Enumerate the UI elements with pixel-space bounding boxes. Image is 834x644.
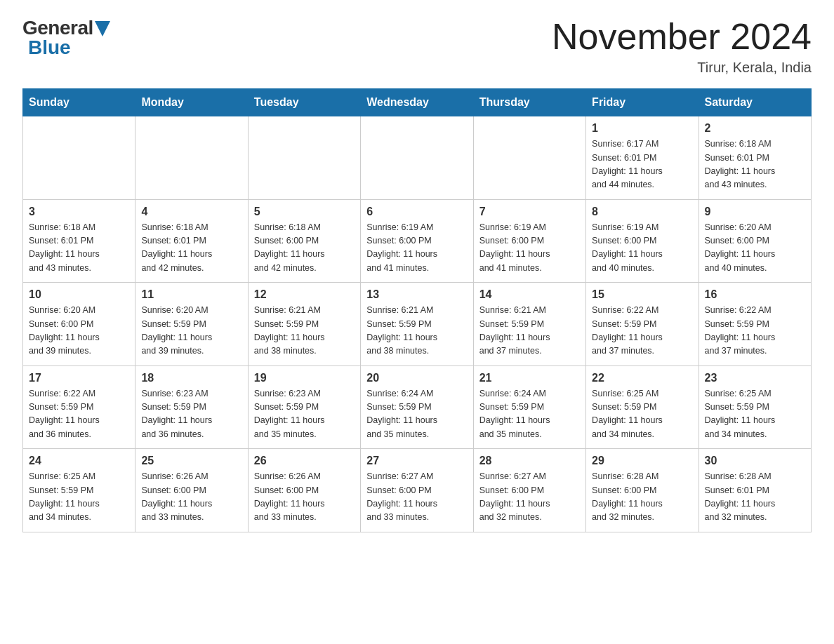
calendar-title: November 2024: [552, 17, 812, 57]
col-header-tuesday: Tuesday: [248, 89, 360, 116]
calendar-cell: 6Sunrise: 6:19 AM Sunset: 6:00 PM Daylig…: [361, 199, 473, 283]
calendar-cell: 15Sunrise: 6:22 AM Sunset: 5:59 PM Dayli…: [586, 283, 699, 366]
day-number: 26: [254, 455, 355, 467]
page-header: General Blue November 2024 Tirur, Kerala…: [22, 17, 812, 76]
day-number: 10: [29, 288, 129, 301]
day-info: Sunrise: 6:22 AM Sunset: 5:59 PM Dayligh…: [592, 304, 692, 358]
day-info: Sunrise: 6:21 AM Sunset: 5:59 PM Dayligh…: [479, 304, 580, 358]
calendar-cell: [23, 116, 135, 200]
day-number: 16: [705, 288, 805, 301]
day-info: Sunrise: 6:19 AM Sunset: 6:00 PM Dayligh…: [592, 221, 692, 276]
calendar-cell: 3Sunrise: 6:18 AM Sunset: 6:01 PM Daylig…: [23, 199, 135, 283]
calendar-location: Tirur, Kerala, India: [552, 60, 812, 76]
calendar-week-row: 24Sunrise: 6:25 AM Sunset: 5:59 PM Dayli…: [23, 449, 812, 532]
calendar-cell: 25Sunrise: 6:26 AM Sunset: 6:00 PM Dayli…: [135, 449, 248, 532]
day-info: Sunrise: 6:25 AM Sunset: 5:59 PM Dayligh…: [705, 387, 805, 442]
calendar-cell: 8Sunrise: 6:19 AM Sunset: 6:00 PM Daylig…: [586, 199, 699, 283]
day-number: 7: [479, 206, 580, 218]
calendar-cell: 9Sunrise: 6:20 AM Sunset: 6:00 PM Daylig…: [699, 199, 811, 283]
day-info: Sunrise: 6:22 AM Sunset: 5:59 PM Dayligh…: [29, 387, 129, 442]
calendar-cell: 10Sunrise: 6:20 AM Sunset: 6:00 PM Dayli…: [23, 283, 135, 366]
day-number: 28: [479, 455, 580, 467]
calendar-cell: [248, 116, 360, 200]
col-header-thursday: Thursday: [473, 89, 585, 116]
day-number: 29: [592, 455, 692, 467]
day-info: Sunrise: 6:19 AM Sunset: 6:00 PM Dayligh…: [479, 221, 580, 276]
day-info: Sunrise: 6:22 AM Sunset: 5:59 PM Dayligh…: [705, 304, 805, 358]
day-info: Sunrise: 6:24 AM Sunset: 5:59 PM Dayligh…: [366, 387, 467, 442]
day-number: 5: [254, 206, 355, 218]
day-number: 14: [479, 288, 580, 301]
calendar-cell: 16Sunrise: 6:22 AM Sunset: 5:59 PM Dayli…: [699, 283, 811, 366]
calendar-cell: 4Sunrise: 6:18 AM Sunset: 6:01 PM Daylig…: [135, 199, 248, 283]
calendar-cell: 18Sunrise: 6:23 AM Sunset: 5:59 PM Dayli…: [135, 365, 248, 449]
calendar-cell: 7Sunrise: 6:19 AM Sunset: 6:00 PM Daylig…: [473, 199, 585, 283]
day-info: Sunrise: 6:24 AM Sunset: 5:59 PM Dayligh…: [479, 387, 580, 442]
day-number: 18: [141, 372, 241, 384]
calendar-cell: 17Sunrise: 6:22 AM Sunset: 5:59 PM Dayli…: [23, 365, 135, 449]
day-info: Sunrise: 6:28 AM Sunset: 6:01 PM Dayligh…: [705, 470, 805, 525]
col-header-sunday: Sunday: [23, 89, 135, 116]
calendar-cell: 14Sunrise: 6:21 AM Sunset: 5:59 PM Dayli…: [473, 283, 585, 366]
logo-triangle-icon: [95, 21, 110, 36]
day-number: 27: [366, 455, 467, 467]
day-number: 2: [705, 122, 805, 135]
day-info: Sunrise: 6:18 AM Sunset: 6:01 PM Dayligh…: [141, 221, 241, 276]
day-number: 13: [366, 288, 467, 301]
day-number: 23: [705, 372, 805, 384]
day-info: Sunrise: 6:27 AM Sunset: 6:00 PM Dayligh…: [366, 470, 467, 525]
calendar-cell: 23Sunrise: 6:25 AM Sunset: 5:59 PM Dayli…: [699, 365, 811, 449]
col-header-wednesday: Wednesday: [361, 89, 473, 116]
calendar-cell: 30Sunrise: 6:28 AM Sunset: 6:01 PM Dayli…: [699, 449, 811, 532]
day-info: Sunrise: 6:19 AM Sunset: 6:00 PM Dayligh…: [366, 221, 467, 276]
day-number: 25: [141, 455, 241, 467]
calendar-cell: 20Sunrise: 6:24 AM Sunset: 5:59 PM Dayli…: [361, 365, 473, 449]
calendar-cell: 2Sunrise: 6:18 AM Sunset: 6:01 PM Daylig…: [699, 116, 811, 200]
calendar-cell: 13Sunrise: 6:21 AM Sunset: 5:59 PM Dayli…: [361, 283, 473, 366]
calendar-week-row: 10Sunrise: 6:20 AM Sunset: 6:00 PM Dayli…: [23, 283, 812, 366]
calendar-cell: [135, 116, 248, 200]
day-number: 20: [366, 372, 467, 384]
calendar-cell: 12Sunrise: 6:21 AM Sunset: 5:59 PM Dayli…: [248, 283, 360, 366]
col-header-saturday: Saturday: [699, 89, 811, 116]
calendar-cell: 11Sunrise: 6:20 AM Sunset: 5:59 PM Dayli…: [135, 283, 248, 366]
calendar-week-row: 3Sunrise: 6:18 AM Sunset: 6:01 PM Daylig…: [23, 199, 812, 283]
calendar-cell: 21Sunrise: 6:24 AM Sunset: 5:59 PM Dayli…: [473, 365, 585, 449]
day-info: Sunrise: 6:28 AM Sunset: 6:00 PM Dayligh…: [592, 470, 692, 525]
calendar-cell: 28Sunrise: 6:27 AM Sunset: 6:00 PM Dayli…: [473, 449, 585, 532]
day-info: Sunrise: 6:25 AM Sunset: 5:59 PM Dayligh…: [29, 470, 129, 525]
calendar-week-row: 17Sunrise: 6:22 AM Sunset: 5:59 PM Dayli…: [23, 365, 812, 449]
day-number: 8: [592, 206, 692, 218]
calendar-cell: 19Sunrise: 6:23 AM Sunset: 5:59 PM Dayli…: [248, 365, 360, 449]
day-info: Sunrise: 6:17 AM Sunset: 6:01 PM Dayligh…: [592, 137, 692, 192]
calendar-cell: 27Sunrise: 6:27 AM Sunset: 6:00 PM Dayli…: [361, 449, 473, 532]
day-info: Sunrise: 6:23 AM Sunset: 5:59 PM Dayligh…: [254, 387, 355, 442]
day-number: 24: [29, 455, 129, 467]
day-number: 3: [29, 206, 129, 218]
day-number: 22: [592, 372, 692, 384]
day-number: 4: [141, 206, 241, 218]
calendar-cell: 5Sunrise: 6:18 AM Sunset: 6:00 PM Daylig…: [248, 199, 360, 283]
day-info: Sunrise: 6:23 AM Sunset: 5:59 PM Dayligh…: [141, 387, 241, 442]
calendar-cell: 26Sunrise: 6:26 AM Sunset: 6:00 PM Dayli…: [248, 449, 360, 532]
day-number: 17: [29, 372, 129, 384]
col-header-monday: Monday: [135, 89, 248, 116]
day-number: 1: [592, 122, 692, 135]
day-number: 6: [366, 206, 467, 218]
day-number: 9: [705, 206, 805, 218]
day-number: 30: [705, 455, 805, 467]
logo: General Blue: [22, 17, 110, 59]
day-info: Sunrise: 6:20 AM Sunset: 6:00 PM Dayligh…: [705, 221, 805, 276]
day-info: Sunrise: 6:20 AM Sunset: 5:59 PM Dayligh…: [141, 304, 241, 358]
day-number: 11: [141, 288, 241, 301]
day-info: Sunrise: 6:20 AM Sunset: 6:00 PM Dayligh…: [29, 304, 129, 358]
calendar-cell: 22Sunrise: 6:25 AM Sunset: 5:59 PM Dayli…: [586, 365, 699, 449]
calendar-table: SundayMondayTuesdayWednesdayThursdayFrid…: [22, 88, 812, 532]
col-header-friday: Friday: [586, 89, 699, 116]
day-number: 15: [592, 288, 692, 301]
svg-marker-0: [95, 21, 110, 36]
day-info: Sunrise: 6:26 AM Sunset: 6:00 PM Dayligh…: [254, 470, 355, 525]
calendar-cell: 24Sunrise: 6:25 AM Sunset: 5:59 PM Dayli…: [23, 449, 135, 532]
calendar-cell: 29Sunrise: 6:28 AM Sunset: 6:00 PM Dayli…: [586, 449, 699, 532]
calendar-cell: 1Sunrise: 6:17 AM Sunset: 6:01 PM Daylig…: [586, 116, 699, 200]
